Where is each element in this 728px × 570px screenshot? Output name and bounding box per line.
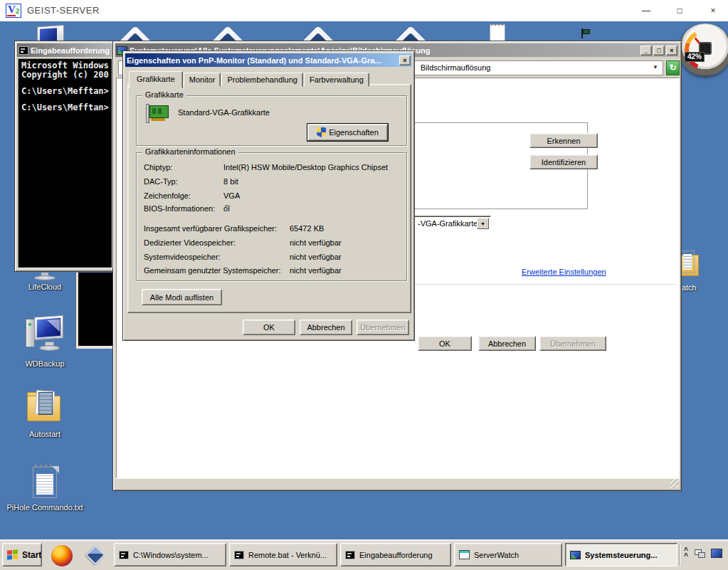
display-select-value: -VGA-Grafikkarte [418,219,478,228]
taskbar-item-label: Eingabeaufforderung [359,551,433,559]
windows-logo-icon [7,549,18,560]
vnc-logo-icon: V2 [6,4,21,18]
info-value: ốî [223,204,230,213]
info-value: Intel(R) HSW Mobile/Desktop Graphics Chi… [223,163,388,171]
console-window[interactable]: Eingabeaufforderung Microsoft Windows Co… [14,41,115,272]
ok-button[interactable]: OK [243,320,295,335]
desktop-icon-label-watch[interactable]: watch [676,283,719,292]
info-value: 65472 KB [290,224,324,233]
tab-grafikkarte[interactable]: Grafikkarte [129,71,183,88]
desktop-icon-autostart[interactable] [27,390,63,426]
console-title: Eingabeaufforderung [31,46,110,55]
adapter-group-title: Grafikkarte [142,90,186,99]
console-line: Copyright (c) 200 [21,70,109,80]
apply-button: Übernehmen [357,320,409,335]
close-button[interactable]: × [666,46,677,56]
minimize-button[interactable]: — [631,0,662,21]
vnc-titlebar[interactable]: V2 GEIST-SERVER — □ × [0,0,728,21]
desktop-icon-wdbackup[interactable] [26,316,65,353]
info-value: VGA [223,191,240,200]
tab-monitor[interactable]: Monitor [184,73,221,87]
background-console-window[interactable] [76,273,114,349]
cmd-icon [19,46,28,55]
vnc-viewer-window: V2 GEIST-SERVER — □ × LifeCloud WDBackup [0,0,728,570]
detect-button[interactable]: Erkennen [529,133,598,148]
info-value: nicht verfügbar [290,266,342,275]
info-group-title: Grafikkarteninformationen [142,147,238,156]
taskbar-item-label: ServerWatch [474,551,519,559]
start-button[interactable]: Start [2,543,42,566]
dialog-title: Eigenschaften von PnP-Monitor (Standard)… [127,56,381,65]
tray-separator [679,544,680,566]
vnc-window-title: GEIST-SERVER [27,5,100,16]
cpu-meter-gadget[interactable]: 42% [679,23,728,80]
console-line: Microsoft Windows [21,60,109,70]
taskbar-item-label: Remote.bat - Verknü... [248,551,327,559]
dialog-tabs: Grafikkarte Monitor Problembehandlung Fa… [129,70,370,87]
refresh-button[interactable]: ↻ [666,60,680,75]
network-tray-icon[interactable] [695,549,706,559]
list-all-modes-button[interactable]: Alle Modi auflisten [142,289,222,305]
desktop-icon-shortcut[interactable] [581,28,591,38]
tray-expand-icon[interactable]: ^ ^ [684,548,688,559]
info-value: nicht verfügbar [290,238,342,247]
apply-button: Übernehmen [539,336,606,351]
graphics-card-icon [146,104,170,124]
desktop-icon-label-autostart[interactable]: Autostart [0,430,91,438]
taskbar-item-cmd-system[interactable]: C:\Windows\system... [114,543,226,566]
resize-grip[interactable] [670,479,679,488]
info-label: DAC-Typ: [144,177,178,186]
chevron-down-icon[interactable]: ▼ [477,218,489,229]
address-dropdown-icon[interactable]: ▼ [653,64,658,70]
info-label: Chiptyp: [144,163,172,171]
info-label: Dedizierter Videospeicher: [144,238,236,247]
info-value: 8 bit [223,177,238,186]
status-bar [116,478,680,489]
taskbar-item-serverwatch[interactable]: ServerWatch [454,543,562,566]
adapter-name: Standard-VGA-Grafikkarte [178,108,270,117]
taskbar-item-label: C:\Windows\system... [133,551,209,559]
properties-button[interactable]: Eigenschaften [307,124,388,141]
ok-button[interactable]: OK [418,336,472,351]
start-button-label: Start [22,550,41,560]
desktop-icon-label-pihole[interactable]: PiHole Commando.txt [0,503,91,512]
console-line: C:\Users\Mefftan> [21,102,109,112]
minimize-button[interactable]: _ [640,46,652,56]
advanced-settings-link[interactable]: Erweiterte Einstellungen [522,268,606,276]
properties-button-label: Eigenschaften [329,128,379,137]
console-output[interactable]: Microsoft Windows Copyright (c) 200 C:\U… [18,58,112,268]
tab-problembehandlung[interactable]: Problembehandlung [221,73,302,87]
close-button[interactable]: × [399,56,411,65]
desktop-icon-label-wdbackup[interactable]: WDBackup [0,359,91,368]
cancel-button[interactable]: Abbrechen [478,336,536,351]
taskbar-item-eingabeaufforderung[interactable]: Eingabeaufforderung [340,543,451,566]
virtualbox-icon[interactable] [84,545,107,566]
info-label: BIOS-Informationen: [144,204,215,213]
cmd-icon [234,551,244,559]
adapter-info-group: Grafikkarteninformationen Chiptyp: Intel… [136,152,407,281]
identify-button[interactable]: Identifizieren [529,154,598,169]
info-value: nicht verfügbar [290,253,342,261]
adapter-properties-dialog[interactable]: Eigenschaften von PnP-Monitor (Standard)… [122,51,415,341]
display-settings-icon [570,551,581,559]
info-label: Gemeinsam genutzter Systemspeicher: [144,266,281,275]
tab-farbverwaltung[interactable]: Farbverwaltung [304,73,369,87]
taskbar-item-systemsteuerung[interactable]: Systemsteuerung... [565,543,677,566]
taskbar: Start C:\Windows\system... Remote.bat - … [0,539,728,570]
console-titlebar[interactable]: Eingabeaufforderung [17,43,112,57]
display-tray-icon[interactable] [711,549,722,558]
taskbar-item-remote-bat[interactable]: Remote.bat - Verknü... [229,543,337,566]
address-text: Bildschirmauflösung [421,63,490,72]
serverwatch-icon [459,550,470,559]
uac-shield-icon [317,127,326,137]
maximize-button[interactable]: □ [664,0,695,21]
firefox-icon[interactable] [51,545,73,566]
adapter-group: Grafikkarte Standard-VGA-Grafikkarte Eig… [136,95,407,146]
cancel-button[interactable]: Abbrechen [300,320,352,335]
maximize-button[interactable]: □ [653,46,665,56]
dialog-titlebar[interactable]: Eigenschaften von PnP-Monitor (Standard)… [125,53,412,67]
cmd-icon [119,551,129,559]
info-label: Systemvideospeicher: [144,253,221,261]
close-button[interactable]: × [697,0,728,21]
desktop-icon-pihole-txt[interactable] [33,465,58,500]
